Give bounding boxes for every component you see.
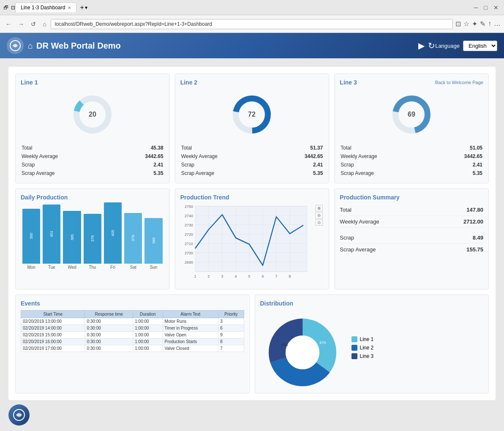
browser-frame: 🗗 ⊡ Line 1-3 Dashboard ✕ + ▾ ─ □ ✕ ← → ↺… bbox=[0, 0, 504, 33]
line3-title: Line 3 bbox=[340, 79, 357, 86]
back-link[interactable]: Back to Welcome Page bbox=[435, 80, 483, 85]
legend-color-line3 bbox=[351, 353, 357, 359]
svg-text:2730: 2730 bbox=[185, 223, 193, 227]
production-summary-card: Production Summary Total 147.80 Weekly A… bbox=[334, 188, 489, 289]
bar-sat: 379 Sat bbox=[124, 213, 142, 270]
col-duration: Duration bbox=[133, 311, 163, 318]
svg-text:2720: 2720 bbox=[185, 232, 193, 237]
col-priority: Priority bbox=[218, 311, 244, 318]
home-button[interactable]: ⌂ bbox=[41, 20, 48, 28]
svg-text:7: 7 bbox=[275, 274, 277, 278]
share-icon[interactable]: ↑ bbox=[488, 20, 491, 28]
tab-icon2: ⊡ bbox=[11, 5, 15, 11]
daily-production-card: Daily Production 390 Mon 401 Tue bbox=[15, 188, 170, 289]
distribution-legend: Line 1 Line 2 Line 3 bbox=[351, 336, 374, 362]
line3-donut: 69 bbox=[340, 89, 483, 140]
legend-color-line1 bbox=[351, 336, 357, 342]
col-start-time: Start Time bbox=[21, 311, 85, 318]
close-button[interactable]: ✕ bbox=[491, 3, 501, 12]
hub-icon[interactable]: ✦ bbox=[472, 20, 477, 28]
zoom-reset-button[interactable]: ⊙ bbox=[315, 219, 323, 226]
svg-text:2700: 2700 bbox=[185, 251, 193, 255]
bar-tue-fill: 401 bbox=[43, 205, 60, 264]
legend-line2: Line 2 bbox=[351, 345, 374, 351]
svg-text:2690: 2690 bbox=[185, 260, 193, 265]
line1-title: Line 1 bbox=[21, 79, 164, 86]
top-row: Line 1 20 Total45.38 Weekly Average3442.… bbox=[15, 74, 489, 183]
line2-stats: Total51.37 Weekly Average3442.65 Scrap2.… bbox=[180, 143, 324, 178]
new-tab-button[interactable]: + bbox=[80, 4, 84, 11]
tab-title: Line 1-3 Dashboard bbox=[21, 5, 65, 11]
svg-text:5: 5 bbox=[248, 274, 250, 278]
svg-text:8: 8 bbox=[289, 274, 291, 278]
refresh-button[interactable]: ↺ bbox=[29, 20, 38, 28]
dashboard-container: Line 1 20 Total45.38 Weekly Average3442.… bbox=[8, 67, 496, 400]
app-header: ⌂ DR Web Portal Demo ▶ ↻ Language Englis… bbox=[0, 33, 504, 58]
table-row: 02/20/2019 17:00:000:30:001:00:00Valve C… bbox=[21, 345, 244, 352]
summary-scrap-avg: Scrap Average 155.75 bbox=[340, 244, 483, 255]
zoom-out-button[interactable]: ⊖ bbox=[315, 212, 323, 218]
legend-line3: Line 3 bbox=[351, 353, 374, 359]
svg-text:2750: 2750 bbox=[185, 205, 193, 209]
play-icon[interactable]: ▶ bbox=[418, 41, 425, 51]
svg-point-45 bbox=[286, 336, 319, 369]
line3-card: Line 3 Back to Welcome Page 69 Total51.0… bbox=[334, 74, 489, 183]
browser-titlebar: 🗗 ⊡ Line 1-3 Dashboard ✕ + ▾ ─ □ ✕ bbox=[0, 0, 504, 15]
line1-card: Line 1 20 Total45.38 Weekly Average3442.… bbox=[15, 74, 170, 183]
language-select[interactable]: English bbox=[463, 41, 497, 51]
minimize-button[interactable]: ─ bbox=[472, 3, 480, 12]
bottom-row: Events Start Time Response time Duration… bbox=[15, 295, 489, 393]
distribution-donut: 903 870 bbox=[260, 310, 345, 388]
summary-weekly-avg: Weekly Average 2712.00 bbox=[340, 216, 483, 228]
reader-icon[interactable]: ⊡ bbox=[455, 20, 461, 28]
svg-text:1: 1 bbox=[194, 274, 196, 278]
tab-close-button[interactable]: ✕ bbox=[68, 5, 71, 10]
app-logo bbox=[7, 37, 24, 54]
pen-icon[interactable]: ✎ bbox=[480, 20, 485, 28]
tab-icon: 🗗 bbox=[3, 5, 8, 11]
middle-row: Daily Production 390 Mon 401 Tue bbox=[15, 188, 489, 289]
app-title: DR Web Portal Demo bbox=[36, 41, 414, 51]
svg-text:903: 903 bbox=[281, 343, 288, 347]
daily-production-title: Daily Production bbox=[21, 194, 164, 201]
forward-button[interactable]: → bbox=[16, 20, 26, 28]
distribution-content: 903 870 Line 1 Line 2 bbox=[260, 310, 484, 388]
more-icon[interactable]: … bbox=[494, 20, 501, 28]
production-trend-title: Production Trend bbox=[180, 194, 324, 201]
production-summary-title: Production Summary bbox=[340, 194, 483, 201]
production-trend-card: Production Trend ⊕ ⊖ ⊙ bbox=[175, 188, 330, 289]
bar-thu: 378 Thu bbox=[84, 214, 101, 270]
bar-mon: 390 Mon bbox=[22, 209, 40, 270]
line2-card: Line 2 72 Total51.37 Weekly Average3442.… bbox=[175, 74, 330, 183]
line3-stats: Total51.05 Weekly Average3442.65 Scrap2.… bbox=[340, 143, 483, 178]
back-button[interactable]: ← bbox=[3, 20, 14, 28]
zoom-in-button[interactable]: ⊕ bbox=[315, 205, 323, 211]
col-response-time: Response time bbox=[85, 311, 133, 318]
main-content: Line 1 20 Total45.38 Weekly Average3442.… bbox=[0, 58, 504, 431]
svg-text:20: 20 bbox=[89, 111, 96, 118]
table-row: 02/20/2019 15:00:000:30:001:00:00Valve O… bbox=[21, 332, 244, 338]
bookmark-icon[interactable]: ☆ bbox=[463, 20, 469, 28]
line1-stats: Total45.38 Weekly Average3442.65 Scrap2.… bbox=[21, 143, 164, 178]
home-icon[interactable]: ⌂ bbox=[28, 41, 33, 51]
address-bar[interactable] bbox=[51, 19, 453, 29]
table-row: 02/20/2019 13:00:000:30:001:00:00Motor R… bbox=[21, 318, 244, 325]
bar-wed-fill: 385 bbox=[63, 211, 81, 264]
distribution-card: Distribution bbox=[255, 295, 489, 393]
browser-tab[interactable]: Line 1-3 Dashboard ✕ bbox=[15, 3, 76, 12]
bar-tue: 401 Tue bbox=[43, 205, 60, 270]
svg-text:6: 6 bbox=[262, 274, 264, 278]
refresh-icon[interactable]: ↻ bbox=[428, 41, 435, 51]
trend-chart-svg: 2750 2740 2730 2720 2710 2700 2690 1 2 3… bbox=[180, 204, 311, 282]
maximize-button[interactable]: □ bbox=[482, 3, 490, 12]
line2-donut: 72 bbox=[180, 89, 324, 140]
bar-sun: 366 Sun bbox=[144, 218, 162, 270]
legend-color-line2 bbox=[351, 345, 357, 351]
footer-logo bbox=[8, 404, 30, 426]
bar-thu-fill: 378 bbox=[84, 214, 101, 264]
svg-text:4: 4 bbox=[234, 274, 237, 278]
svg-text:2740: 2740 bbox=[185, 214, 193, 218]
browser-nav: ← → ↺ ⌂ ⊡ ☆ ✦ ✎ ↑ … bbox=[0, 15, 504, 33]
tab-list-button[interactable]: ▾ bbox=[85, 5, 87, 11]
bar-sun-fill: 366 bbox=[144, 218, 162, 264]
